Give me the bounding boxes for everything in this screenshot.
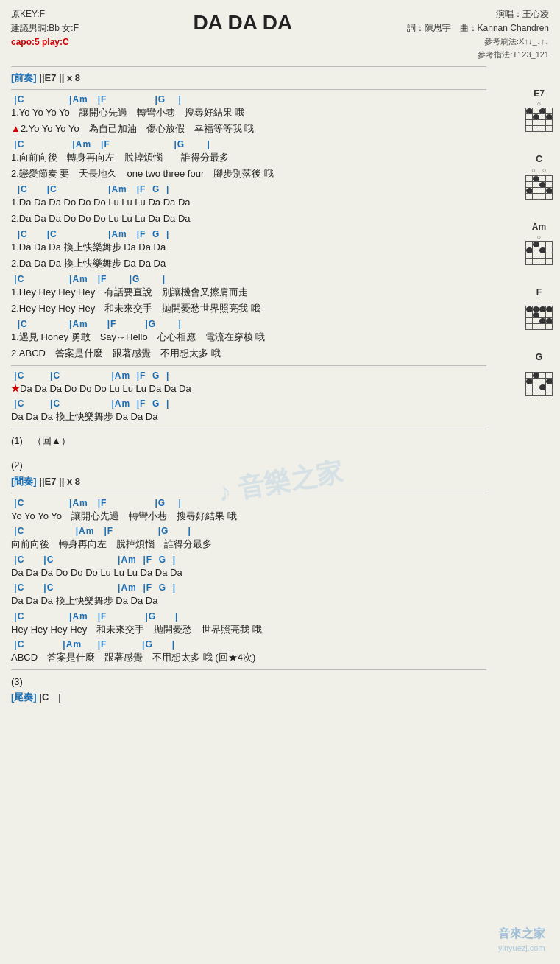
- lyrics-2a: 1.向前向後 轉身再向左 脫掉煩惱 誰得分最多: [11, 150, 486, 165]
- lyrics-v2-5: Hey Hey Hey Hey 和未來交手 抛開憂愁 世界照亮我 哦: [11, 622, 486, 637]
- chords-v2-2: |C |Am |F |G |: [11, 526, 486, 536]
- block-v2-3: |C |C |Am |F G | Da Da Da Do Do Do Lu Lu…: [11, 555, 486, 580]
- chord-diagram-C: C ○ ○: [525, 154, 553, 200]
- chord-name-C: C: [525, 154, 553, 164]
- chords-v2-1: |C |Am |F |G |: [11, 498, 486, 508]
- divider-2: [11, 365, 486, 366]
- lyrics-v2-1: Yo Yo Yo Yo 讓開心先過 轉彎小巷 搜尋好結果 哦: [11, 509, 486, 524]
- chords-3: |C |C |Am |F G |: [11, 184, 486, 194]
- song-title: DA DA DA: [79, 11, 407, 62]
- lyrics-5a: 1.Hey Hey Hey Hey 有話要直說 別讓機會又擦肩而走: [11, 285, 486, 300]
- guitar-diagrams: E7 ○: [525, 88, 553, 396]
- divider-3: [11, 429, 486, 429]
- chord-name-G: G: [525, 352, 553, 362]
- chord-diagram-E7: E7 ○: [525, 88, 553, 132]
- block-v2-1: |C |Am |F |G | Yo Yo Yo Yo 讓開心先過 轉彎小巷 搜尋…: [11, 498, 486, 524]
- lyrics-3b: 2.Da Da Da Do Do Do Lu Lu Lu Da Da Da: [11, 211, 486, 226]
- block-5: |C |Am |F |G | 1.Hey Hey Hey Hey 有話要直說 別…: [11, 274, 486, 316]
- chord-diagram-Am: Am ○: [525, 222, 553, 265]
- lyrics-4b: 2.Da Da Da 換上快樂舞步 Da Da Da: [11, 256, 486, 271]
- lyrics-3a: 1.Da Da Da Do Do Do Lu Lu Lu Da Da Da: [11, 195, 486, 210]
- page: 原KEY:F 建議男調:Bb 女:F capo:5 play:C DA DA D…: [0, 0, 560, 964]
- block-4: |C |C |Am |F G | 1.Da Da Da 換上快樂舞步 Da Da…: [11, 229, 486, 271]
- block-1: |C |Am |F |G | 1.Yo Yo Yo Yo 讓開心先過 轉彎小巷 …: [11, 94, 486, 136]
- chord-diagram-F: F ·: [525, 287, 553, 330]
- outro-label: [尾奏] |C |: [11, 691, 486, 704]
- block-chorus2: |C |C |Am |F G | Da Da Da 換上快樂舞步 Da Da D…: [11, 398, 486, 424]
- divider-1: [11, 89, 486, 90]
- suggested-key: 建議男調:Bb 女:F: [11, 21, 79, 35]
- chord-diagram-G: G: [525, 352, 553, 396]
- lyrics-v2-6: ABCD 答案是什麼 跟著感覺 不用想太多 哦 (回★4次): [11, 650, 486, 665]
- block-chorus1: |C |C |Am |F G | ★Da Da Da Do Do Do Lu L…: [11, 370, 486, 396]
- lyrics-v2-3: Da Da Da Do Do Do Lu Lu Lu Da Da Da: [11, 566, 486, 580]
- chords-2: |C |Am |F |G |: [11, 139, 486, 149]
- block-3: |C |C |Am |F G | 1.Da Da Da Do Do Do Lu …: [11, 184, 486, 226]
- capo-info: capo:5 play:C: [11, 35, 79, 49]
- header-area: 原KEY:F 建議男調:Bb 女:F capo:5 play:C DA DA D…: [11, 7, 549, 62]
- nav-note-1: (1) （回▲）: [11, 434, 486, 448]
- pick-pattern: 參考指法:T123_121: [407, 49, 549, 62]
- block-v2-5: |C |Am |F |G | Hey Hey Hey Hey 和未來交手 抛開憂…: [11, 611, 486, 637]
- original-key: 原KEY:F: [11, 7, 79, 21]
- chords-4: |C |C |Am |F G |: [11, 229, 486, 239]
- lyrics-5b: 2.Hey Hey Hey Hey 和未來交手 抛開憂愁世界照亮我 哦: [11, 301, 486, 316]
- header-right: 演唱：王心凌 詞：陳思宇 曲：Kannan Chandren 參考刷法:X↑↓_…: [407, 7, 549, 62]
- lyrics-c1: ★Da Da Da Do Do Do Lu Lu Lu Da Da Da: [11, 381, 486, 396]
- main-content: [前奏] ||E7 || x 8 |C |Am |F |G | 1.Yo Yo …: [11, 66, 486, 705]
- chord-name-F: F: [525, 287, 553, 298]
- lyrics-1b: ▲2.Yo Yo Yo Yo 為自己加油 傷心放假 幸福等等我 哦: [11, 122, 486, 136]
- lyrics-v2-4: Da Da Da 換上快樂舞步 Da Da Da: [11, 594, 486, 608]
- lyrics-6b: 2.ABCD 答案是什麼 跟著感覺 不用想太多 哦: [11, 346, 486, 361]
- chords-c1: |C |C |Am |F G |: [11, 370, 486, 381]
- lyrics-2b: 2.戀愛節奏 要 天長地久 one two three four 腳步別落後 哦: [11, 166, 486, 181]
- divider-5: [11, 669, 486, 670]
- lyrics-6a: 1.遇見 Honey 勇敢 Say～Hello 心心相應 電流在穿梭 哦: [11, 330, 486, 345]
- intro-label: [前奏] ||E7 || x 8: [11, 71, 486, 85]
- chord-name-E7: E7: [525, 88, 553, 99]
- performer-info: 演唱：王心凌: [407, 7, 549, 21]
- footer-logo: 音來之家 yinyuezj.com: [498, 926, 545, 953]
- strum-pattern: 參考刷法:X↑↓_↓↑↓: [407, 35, 549, 49]
- chords-6: |C |Am |F |G |: [11, 319, 486, 329]
- lyrics-c2: Da Da Da 換上快樂舞步 Da Da Da: [11, 409, 486, 424]
- chord-name-Am: Am: [525, 222, 553, 232]
- block-v2-2: |C |Am |F |G | 向前向後 轉身再向左 脫掉煩惱 誰得分最多: [11, 526, 486, 552]
- nav-note-3: (3): [11, 675, 486, 689]
- lyrics-v2-2: 向前向後 轉身再向左 脫掉煩惱 誰得分最多: [11, 537, 486, 552]
- lyrics-1a: 1.Yo Yo Yo Yo 讓開心先過 轉彎小巷 搜尋好結果 哦: [11, 105, 486, 120]
- divider-4: [11, 493, 486, 493]
- chords-5: |C |Am |F |G |: [11, 274, 486, 284]
- chords-v2-3: |C |C |Am |F G |: [11, 555, 486, 565]
- block-v2-4: |C |C |Am |F G | Da Da Da 換上快樂舞步 Da Da D…: [11, 583, 486, 608]
- chords-1: |C |Am |F |G |: [11, 94, 486, 105]
- chords-v2-4: |C |C |Am |F G |: [11, 583, 486, 593]
- lyricist-info: 詞：陳思宇 曲：Kannan Chandren: [407, 21, 549, 35]
- chords-v2-5: |C |Am |F |G |: [11, 611, 486, 622]
- block-6: |C |Am |F |G | 1.遇見 Honey 勇敢 Say～Hello 心…: [11, 319, 486, 361]
- block-v2-6: |C |Am |F |G | ABCD 答案是什麼 跟著感覺 不用想太多 哦 (…: [11, 639, 486, 665]
- chords-c2: |C |C |Am |F G |: [11, 398, 486, 409]
- block-2: |C |Am |F |G | 1.向前向後 轉身再向左 脫掉煩惱 誰得分最多 2…: [11, 139, 486, 181]
- divider-top: [11, 66, 486, 67]
- header-left: 原KEY:F 建議男調:Bb 女:F capo:5 play:C: [11, 7, 79, 62]
- lyrics-4a: 1.Da Da Da 換上快樂舞步 Da Da Da: [11, 240, 486, 255]
- interlude-label: [間奏] ||E7 || x 8: [11, 475, 486, 488]
- chords-v2-6: |C |Am |F |G |: [11, 639, 486, 650]
- nav-note-2: (2): [11, 458, 486, 473]
